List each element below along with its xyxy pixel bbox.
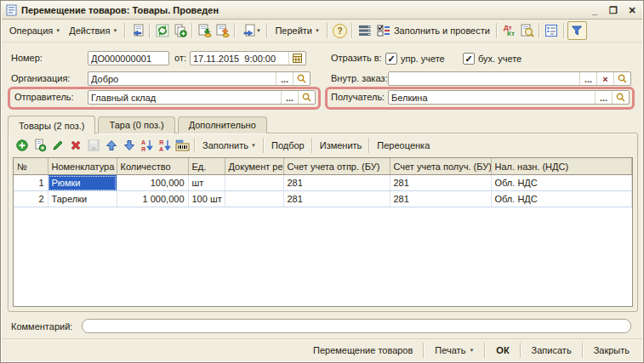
chevron-down-icon: ▼ [315,28,320,33]
cell[interactable]: шт [188,175,225,191]
change-button[interactable]: Изменить [316,138,367,153]
date-input[interactable] [191,52,288,65]
sort-descending-icon[interactable]: ЯА [156,137,174,154]
post-document-icon[interactable] [196,22,214,39]
cell[interactable]: Тарелки [48,191,117,207]
internal-order-input[interactable] [389,72,579,85]
output-document-icon[interactable]: ▼ [238,22,264,39]
unpost-document-icon[interactable] [214,22,231,39]
save-button[interactable]: Записать [526,343,578,358]
cell[interactable]: 2 [14,191,48,207]
fill-and-post-button[interactable]: Заполнить и провести [373,22,493,39]
organization-input[interactable] [88,72,276,85]
table-row[interactable]: 2 Тарелки 1 000,000 100 шт 281 281 Обл. … [14,191,632,207]
cell[interactable]: 1 [14,175,48,191]
ellipsis-button[interactable]: ... [276,72,293,85]
checkbox-checked-icon: ✓ [385,53,397,65]
internal-order-fieldbox: ... × [388,71,631,86]
internal-order-label: Внутр. заказ: [331,71,388,86]
search-icon[interactable] [613,72,630,85]
chevron-down-icon: ▼ [112,28,117,33]
refresh-icon[interactable] [153,22,171,39]
goods-tab-panel: ок АЯ ЯА Заполнить▼ Подбор Изменить [8,133,638,312]
col-document[interactable]: Документ ре... [225,158,283,175]
sort-ascending-icon[interactable]: АЯ [138,137,156,154]
filter-icon[interactable] [567,21,587,40]
help-icon[interactable]: ? [331,22,349,39]
search-icon[interactable] [612,91,629,104]
calendar-icon[interactable] [288,52,305,65]
separator [563,23,565,38]
cell[interactable]: 281 [283,191,390,207]
sender-input[interactable] [88,91,281,104]
minimize-button[interactable]: _ [589,5,601,16]
chevron-down-icon: ▼ [55,28,60,33]
cell[interactable] [225,191,283,207]
tab-tara[interactable]: Тара (0 поз.) [98,116,174,133]
cell[interactable]: 100,000 [117,175,188,191]
cell-selected[interactable]: Рюмки [48,175,117,191]
actions-menu[interactable]: Действия▼ [65,23,122,38]
post-and-close-icon[interactable] [128,22,146,39]
goto-menu[interactable]: Перейти▼ [271,23,324,38]
edit-row-icon[interactable] [48,137,66,154]
transfer-button[interactable]: Перемещение товаров [307,343,419,358]
print-menu[interactable]: Печать▼ [429,343,480,358]
col-account-receiver[interactable]: Счет учета получ. (БУ) [390,158,491,175]
search-icon[interactable] [298,91,315,104]
cell[interactable]: 281 [283,175,390,191]
search-icon[interactable] [293,72,310,85]
goods-table[interactable]: № Номенклатура Количество Ед. Документ р… [13,157,633,307]
barcode-icon[interactable] [174,137,191,154]
col-vat[interactable]: Нал. назн. (НДС) [491,158,632,175]
ellipsis-button[interactable]: ... [281,91,298,104]
move-down-icon[interactable] [120,137,138,154]
cell[interactable]: 100 шт [188,191,225,207]
ellipsis-button[interactable]: ... [579,72,596,85]
revaluation-button[interactable]: Переоценка [373,138,434,153]
separator [423,343,425,358]
close-window-button[interactable]: Закрыть [588,343,635,358]
pick-button[interactable]: Подбор [267,138,309,153]
cell[interactable] [225,175,283,191]
management-accounting-checkbox[interactable]: ✓ упр. учете [385,53,445,65]
ellipsis-button[interactable]: ... [595,91,612,104]
maximize-button[interactable]: ❐ [607,5,619,16]
copy-icon[interactable] [171,22,189,39]
comment-input[interactable] [83,320,630,332]
col-number[interactable]: № [14,158,48,175]
col-nomenclature[interactable]: Номенклатура [48,158,117,175]
table-header-row[interactable]: № Номенклатура Количество Ед. Документ р… [14,158,632,175]
ok-button[interactable]: ОК [490,343,515,358]
book-accounting-checkbox[interactable]: ✓ бух. учете [463,53,521,65]
dt-kt-icon[interactable]: Дт Кт [500,22,518,39]
clear-icon[interactable]: × [596,72,613,85]
separator [520,343,521,358]
add-row-icon[interactable] [13,137,31,154]
cell[interactable]: Обл. НДС [491,175,632,191]
receiver-input[interactable] [389,91,595,104]
tab-additional[interactable]: Дополнительно [178,116,267,133]
structure-icon[interactable] [356,22,373,39]
table-row[interactable]: 1 Рюмки 100,000 шт 281 281 Обл. НДС [14,175,632,191]
move-up-icon[interactable] [102,137,120,154]
cell[interactable]: 281 [390,191,491,207]
col-account-sender[interactable]: Счет учета отпр. (БУ) [283,158,390,175]
cell[interactable]: 1 000,000 [117,191,188,207]
report-preview-icon[interactable] [518,22,536,39]
number-input[interactable] [88,52,168,65]
close-button[interactable]: ✕ [626,5,638,16]
col-unit[interactable]: Ед. [188,158,225,175]
separator [351,23,353,38]
operation-menu[interactable]: Операция▼ [5,23,65,38]
end-edit-icon[interactable]: ок [84,137,102,154]
cell[interactable]: 281 [390,175,491,191]
svg-text:Я: Я [159,139,163,145]
tab-goods[interactable]: Товары (2 поз.) [8,116,95,134]
list-settings-icon[interactable] [543,22,561,39]
col-quantity[interactable]: Количество [117,158,188,175]
copy-row-icon[interactable] [31,137,48,154]
fill-menu[interactable]: Заполнить▼ [198,138,260,153]
cell[interactable]: Обл. НДС [491,191,632,207]
delete-row-icon[interactable] [66,137,84,154]
